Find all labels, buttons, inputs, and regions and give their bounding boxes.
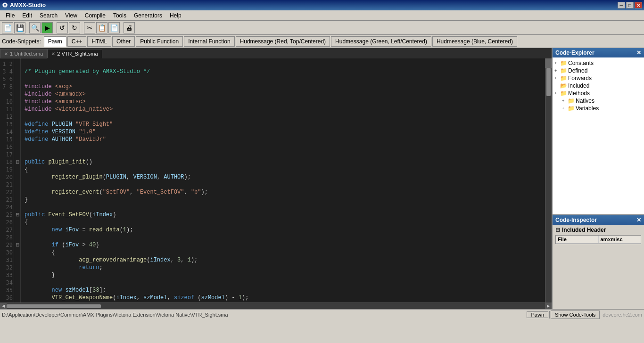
snippet-cpp[interactable]: C++ [67,36,87,47]
minimize-button[interactable]: ─ [618,2,625,8]
toolbar-save[interactable]: 💾 [14,22,25,33]
tabs-bar: ✕ 1 Untitled.sma ✕ 2 VTR_Sight.sma [0,48,552,58]
snippet-hudmessage-blue[interactable]: Hudmessage (Blue, Centered) [432,36,517,47]
menu-generators[interactable]: Generators [130,11,166,20]
code-inspector-close[interactable]: ✕ [636,217,641,223]
folder-included-icon: 📂 [560,82,567,89]
title-bar: ⚙ AMXX-Studio ─ □ ✕ [0,0,644,10]
expand-variables[interactable]: + [562,106,568,111]
expand-defined[interactable]: + [554,68,560,73]
code-explorer-close[interactable]: ✕ [636,49,641,56]
tree-constants[interactable]: + 📁 Constants [553,59,643,67]
bottom-bar: D:\Application\Developer\Common\AMX Plug… [0,309,644,319]
tab-vtr-sight[interactable]: ✕ 2 VTR_Sight.sma [47,49,102,58]
code-explorer-title: Code-Explorer [555,49,594,56]
line-numbers: 1 2 3 4 5 6 7 8 9 10 11 12 13 14 15 16 1… [0,58,14,302]
tree-included-label: Included [568,82,589,89]
snippet-html[interactable]: HTML [87,36,111,47]
toolbar-run[interactable]: ▶ [41,22,53,33]
close-button[interactable]: ✕ [635,2,642,8]
expand-natives[interactable]: + [562,98,568,103]
included-header-label: Included Header [562,227,606,233]
watermark: devcore.hc2.com [603,312,642,318]
right-panel: Code-Explorer ✕ + 📁 Constants + 📁 Define… [552,48,644,309]
tree-forwards[interactable]: + 📁 Forwards [553,74,643,82]
tab-vtr-label: 2 VTR_Sight.sma [57,51,98,57]
code-inspector-title: Code-Inspector [555,217,597,223]
code-inspector: Code-Inspector ✕ ⊟ Included Header File … [553,215,644,309]
snippets-bar: Code-Snippets: Pawn C++ HTML Other Publi… [0,35,644,48]
code-content[interactable]: /* Plugin generated by AMXX-Studio */ #i… [21,58,545,302]
toolbar-copy[interactable]: 📋 [96,22,107,33]
app-icon: ⚙ [2,1,8,9]
inspector-section-label: ⊟ Included Header [555,227,641,233]
minus-icon: ⊟ [555,227,560,233]
tab-close-x2[interactable]: ✕ [51,51,55,57]
code-explorer: Code-Explorer ✕ + 📁 Constants + 📁 Define… [553,48,644,215]
menu-help[interactable]: Help [166,11,185,20]
expand-constants[interactable]: + [554,61,560,65]
code-explorer-header: Code-Explorer ✕ [553,48,644,57]
menu-search[interactable]: Search [36,11,61,20]
editor-area: ✕ 1 Untitled.sma ✕ 2 VTR_Sight.sma 1 2 3… [0,48,552,309]
toolbar-find[interactable]: 🔍 [29,22,41,33]
snippet-other[interactable]: Other [112,36,135,47]
menu-view[interactable]: View [61,11,81,20]
code-inspector-header: Code-Inspector ✕ [553,215,644,225]
vertical-scrollbar[interactable] [545,58,552,302]
folder-natives-icon: 📁 [568,98,575,104]
toolbar: 📄 💾 🔍 ▶ ↺ ↻ ✂ 📋 📄 🖨 [0,21,644,35]
status-path: D:\Application\Developer\Common\AMX Plug… [2,312,228,318]
tree-defined-label: Defined [568,67,587,74]
tab-close-x[interactable]: ✕ [4,51,8,57]
title-bar-left: ⚙ AMXX-Studio [2,1,46,9]
folder-defined-icon: 📁 [560,67,567,74]
toolbar-print[interactable]: 🖨 [124,22,135,33]
tab-untitled[interactable]: ✕ 1 Untitled.sma [0,49,47,58]
title-bar-controls: ─ □ ✕ [618,2,642,8]
maximize-button[interactable]: □ [626,2,634,8]
tree-defined[interactable]: + 📁 Defined [553,67,643,74]
inspector-col-amxmisc: amxmisc [599,236,641,243]
lang-indicator: Pawn [527,311,548,318]
toolbar-cut[interactable]: ✂ [84,22,95,33]
tree-variables[interactable]: + 📁 Variables [553,105,643,112]
tree-forwards-label: Forwards [568,75,592,82]
tree-constants-label: Constants [568,60,594,66]
tree-methods-label: Methods [568,90,590,97]
snippet-hudmessage-green[interactable]: Hudmessage (Green, Left/Centered) [331,36,431,47]
show-code-tools-button[interactable]: Show Code-Tools [551,310,600,319]
folder-constants-icon: 📁 [560,60,567,66]
tree-included[interactable]: - 📂 Included [553,82,643,90]
menu-compile[interactable]: Compile [81,11,109,20]
tree-variables-label: Variables [576,105,599,112]
tree-natives[interactable]: + 📁 Natives [553,97,643,105]
toolbar-paste[interactable]: 📄 [108,22,120,33]
inspector-col-file: File [556,236,599,243]
snippet-public-function[interactable]: Public Function [136,36,183,47]
menu-file[interactable]: File [2,11,18,20]
snippet-hudmessage-red[interactable]: Hudmessage (Red, Top/Centered) [236,36,330,47]
toolbar-redo[interactable]: ↻ [69,22,80,33]
tree-natives-label: Natives [576,98,594,104]
snippet-internal-function[interactable]: Internal Function [184,36,234,47]
toolbar-undo[interactable]: ↺ [57,22,68,33]
tab-untitled-label: 1 Untitled.sma [10,51,43,57]
expand-included[interactable]: - [554,83,560,88]
folder-methods-icon: 📁 [560,90,567,97]
fold-column: ⊟ ⊟ ⊟ [14,58,21,302]
snippets-label: Code-Snippets: [2,38,41,45]
explorer-tree: + 📁 Constants + 📁 Defined + 📁 Forwards [553,57,644,214]
folder-forwards-icon: 📁 [560,75,567,82]
menu-tools[interactable]: Tools [109,11,130,20]
folder-variables-icon: 📁 [568,105,575,112]
snippet-pawn[interactable]: Pawn [44,36,66,47]
menu-edit[interactable]: Edit [18,11,36,20]
horizontal-scrollbar[interactable]: ◀ ▶ [0,302,552,309]
code-editor[interactable]: 1 2 3 4 5 6 7 8 9 10 11 12 13 14 15 16 1… [0,58,552,302]
toolbar-new[interactable]: 📄 [2,22,13,33]
expand-methods[interactable]: + [554,91,560,96]
menu-bar: File Edit Search View Compile Tools Gene… [0,10,644,21]
expand-forwards[interactable]: + [554,76,560,81]
tree-methods[interactable]: + 📁 Methods [553,90,643,97]
